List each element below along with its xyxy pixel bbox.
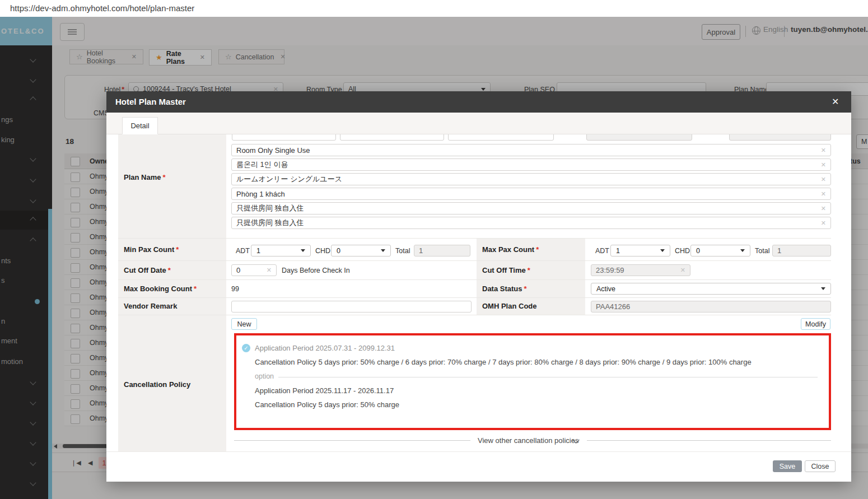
option-detail: Cancellation Policy 5 days prior: 50% ch…	[255, 400, 399, 409]
plan-name-input[interactable]: 룸온리 1인 이용✕	[231, 158, 831, 171]
row-divider	[118, 297, 831, 298]
required-asterisk: *	[536, 245, 539, 254]
modify-policy-button[interactable]: Modify	[801, 318, 830, 330]
data-status-select[interactable]: Active	[591, 283, 831, 295]
chd-label: CHD	[675, 247, 690, 255]
min-pax-label: Min Pax Count*	[124, 245, 179, 254]
partial-input-disabled	[586, 134, 692, 141]
left-label-column	[118, 134, 226, 451]
dropdown-caret-icon	[301, 249, 305, 252]
partial-input-disabled	[729, 134, 831, 141]
required-asterisk: *	[176, 245, 179, 254]
option-divider	[278, 377, 818, 377]
browser-url-bar: https://dev-adm.ohmyhotel.com/hotel/plan…	[0, 0, 868, 17]
vendor-remark-label: Vendor Remark	[124, 302, 177, 310]
min-adt-value: 1	[256, 247, 260, 255]
dropdown-caret-icon	[821, 287, 825, 290]
vendor-remark-input[interactable]	[231, 301, 472, 313]
modal-header: Hotel Plan Master ✕	[106, 91, 851, 113]
check-circle-icon: ✓	[242, 344, 250, 352]
row-divider	[118, 238, 831, 239]
page-url[interactable]: https://dev-adm.ohmyhotel.com/hotel/plan…	[10, 3, 194, 13]
selected-policy-highlight[interactable]: ✓ Application Period 2025.07.31 - 2099.1…	[234, 333, 831, 430]
min-total-input: 1	[414, 245, 470, 257]
required-asterisk: *	[524, 285, 527, 293]
required-asterisk: *	[194, 285, 197, 293]
max-total-input: 1	[772, 245, 831, 257]
close-button[interactable]: Close	[805, 460, 836, 472]
min-chd-select[interactable]: 0	[331, 245, 391, 257]
omh-plan-code-value: PAA41266	[596, 302, 630, 311]
adt-label: ADT	[595, 247, 609, 255]
plan-name-value: Phòng 1 khách	[236, 190, 285, 198]
partial-input[interactable]	[448, 134, 554, 141]
row-divider	[118, 260, 831, 261]
required-asterisk: *	[168, 266, 171, 274]
required-asterisk: *	[162, 173, 165, 181]
modal-body: Plan Name* Room Only Single Use✕룸온리 1인 이…	[106, 134, 851, 451]
modal-title: Hotel Plan Master	[115, 97, 186, 106]
plan-name-input[interactable]: Phòng 1 khách✕	[231, 188, 831, 200]
plan-name-value: 只提供房间 独自入住	[236, 218, 304, 228]
cut-off-date-input[interactable]: 0✕	[231, 264, 277, 276]
partial-input[interactable]	[340, 134, 444, 141]
plan-name-value: 룸온리 1인 이용	[236, 160, 288, 170]
cut-off-date-suffix: Days Before Check In	[282, 267, 350, 274]
option-period: Application Period 2025.11.17 - 2026.11.…	[255, 386, 394, 395]
policy-period: Application Period 2025.07.31 - 2099.12.…	[255, 344, 395, 352]
plan-name-label: Plan Name*	[124, 173, 166, 181]
plan-name-value: 只提供房间 独自入住	[236, 203, 304, 213]
view-other-policies-link[interactable]: View other cancellation policies	[478, 436, 578, 445]
cut-off-date-value: 0	[236, 266, 240, 274]
clear-icon[interactable]: ✕	[821, 191, 826, 197]
clear-icon[interactable]: ✕	[821, 162, 826, 168]
plan-name-input[interactable]: 只提供房间 独自入住✕	[231, 217, 831, 229]
clear-icon[interactable]: ✕	[821, 176, 826, 183]
plan-name-input[interactable]: 只提供房间 独自入住✕	[231, 202, 831, 214]
max-total-value: 1	[777, 246, 781, 255]
chd-label: CHD	[315, 247, 330, 255]
tab-detail[interactable]: Detail	[122, 117, 158, 134]
clear-icon[interactable]: ✕	[821, 206, 826, 212]
dropdown-caret-icon	[660, 249, 665, 252]
view-other-divider	[587, 440, 831, 441]
cut-off-time-value: 23:59:59	[596, 266, 624, 274]
dropdown-caret-icon	[381, 249, 385, 252]
min-adt-select[interactable]: 1	[251, 245, 311, 257]
hotel-plan-master-modal: Hotel Plan Master ✕ Detail Plan Name* Ro…	[106, 91, 851, 482]
cancellation-policy-label: Cancellation Policy	[124, 380, 190, 389]
max-adt-value: 1	[616, 247, 620, 255]
adt-label: ADT	[236, 247, 250, 255]
cut-off-time-label: Cut Off Time*	[482, 266, 530, 274]
data-status-value: Active	[596, 285, 615, 293]
max-chd-select[interactable]: 0	[690, 245, 750, 257]
clear-icon[interactable]: ✕	[267, 267, 272, 273]
scrolled-input-row	[106, 134, 851, 141]
policy-detail: Cancellation Policy 5 days prior: 50% ch…	[255, 358, 752, 366]
plan-name-value: ルームオンリー シングルユース	[236, 174, 342, 184]
min-total-value: 1	[419, 246, 423, 255]
modal-footer: Save Close	[106, 451, 851, 482]
clear-icon[interactable]: ✕	[821, 147, 826, 153]
plan-name-input[interactable]: ルームオンリー シングルユース✕	[231, 173, 831, 185]
view-other-divider	[234, 440, 470, 441]
partial-input[interactable]	[232, 134, 336, 141]
save-button[interactable]: Save	[773, 460, 802, 472]
cut-off-time-input[interactable]: 23:59:59✕	[591, 264, 690, 276]
min-chd-value: 0	[337, 247, 340, 255]
plan-name-input[interactable]: Room Only Single Use✕	[231, 144, 831, 156]
required-asterisk: *	[528, 266, 530, 274]
max-adt-select[interactable]: 1	[610, 245, 670, 257]
max-chd-value: 0	[696, 247, 700, 255]
omh-plan-code-input: PAA41266	[591, 301, 831, 313]
clear-icon[interactable]: ✕	[680, 267, 685, 273]
max-booking-label: Max Booking Count*	[124, 285, 197, 293]
max-booking-value: 99	[231, 285, 239, 293]
new-policy-button[interactable]: New	[231, 318, 257, 330]
total-label: Total	[755, 247, 769, 255]
clear-icon[interactable]: ✕	[821, 220, 826, 226]
data-status-label: Data Status*	[482, 285, 527, 293]
cut-off-date-label: Cut Off Date*	[124, 266, 171, 274]
dropdown-caret-icon	[740, 249, 745, 252]
modal-close-icon[interactable]: ✕	[832, 96, 839, 107]
